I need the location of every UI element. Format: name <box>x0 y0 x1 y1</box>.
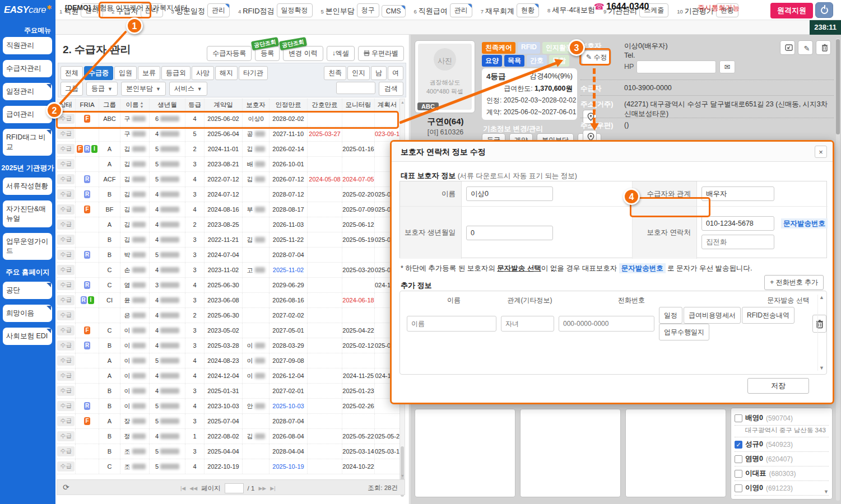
excel-export-button[interactable]: ↓엑셀 <box>327 46 355 61</box>
sidebar-item-직원관리[interactable]: 직원관리 <box>3 37 52 54</box>
column-header-이름[interactable]: 이름▲▼ <box>120 99 150 111</box>
member-item[interactable]: 이원0(611014) <box>735 496 829 500</box>
sidebar-item-사회보험 EDI[interactable]: 사회보험 EDI <box>3 328 52 345</box>
table-row[interactable]: 수급RB김432024-07-122028-07-122025-02-20202… <box>57 187 399 202</box>
nav-label[interactable]: 세무·4대보험 <box>552 5 595 18</box>
easycare-logo[interactable]: EASYcare✱ <box>0 0 55 20</box>
add-phone-input[interactable] <box>559 316 654 332</box>
contacts-scrollbar[interactable]: ▲▼ <box>817 295 824 371</box>
photo-card[interactable]: 사진 권장해상도 400*480 픽셀 ABC <box>415 40 475 113</box>
sms-button-업무수행일지[interactable]: 업무수행일지 <box>659 324 709 340</box>
table-row[interactable]: 수급A이442024-12-04이2026-12-042024-11-25202… <box>57 368 399 384</box>
open-window-button[interactable] <box>780 40 795 55</box>
sidebar-item-희망이음[interactable]: 희망이음 <box>3 305 52 322</box>
column-header-계획서[interactable]: 계획서 <box>375 99 399 111</box>
nav-label[interactable]: 재무회계 <box>485 6 514 19</box>
note-sms-link[interactable]: 문자발송번호 <box>619 263 666 273</box>
column-header-등급[interactable]: 등급 <box>185 99 205 111</box>
prev-page-icon[interactable]: ◀◀ <box>189 486 197 491</box>
register-recipient-button[interactable]: 수급자등록 <box>207 46 252 61</box>
home-phone-input[interactable] <box>701 235 774 249</box>
status-tab-전체[interactable]: 전체 <box>61 66 83 80</box>
column-header-인정만료[interactable]: 인정만료 <box>270 99 308 111</box>
table-row[interactable]: 수급FBF김442024-08-16부2028-08-172025-07-092… <box>57 202 399 217</box>
status-tab-입원[interactable]: 입원 <box>114 66 137 80</box>
status-tab-등급외[interactable]: 등급외 <box>161 66 190 80</box>
mail-label-button[interactable]: 우편라벨 <box>358 46 404 61</box>
member-item[interactable]: 이대표(680303) <box>735 466 829 481</box>
table-row[interactable]: 수급RB이542023-10-03안2025-10-032025-02-26 <box>57 399 399 414</box>
guardian-hp-input[interactable] <box>636 60 716 73</box>
sms-number-link[interactable]: 문자발송번호 <box>781 218 828 228</box>
member-item[interactable]: ✓성규0(540923) <box>735 437 829 452</box>
member-checkbox[interactable] <box>735 455 742 463</box>
panel-scrollbar[interactable] <box>836 38 840 501</box>
member-checkbox[interactable] <box>735 499 742 500</box>
filter-여[interactable]: 여 <box>388 66 403 80</box>
sidebar-item-자가진단&매뉴얼[interactable]: 자가진단&매뉴얼 <box>3 200 52 227</box>
search-button[interactable]: 검색 <box>379 82 403 96</box>
column-header-FRIA[interactable]: FRIA <box>76 99 99 111</box>
members-scroll-down-icon[interactable]: ▼ <box>824 489 829 494</box>
table-row[interactable]: 수급B이432025-01-312027-02-012025-01-23 <box>57 384 399 399</box>
column-header-생년월[interactable]: 생년월 <box>150 99 185 111</box>
nav-button-청구[interactable]: 청구 <box>357 3 379 17</box>
table-row[interactable]: 수급C손432023-11-02고2025-11-022025-03-20202… <box>57 263 399 278</box>
refresh-icon[interactable]: ⟳ <box>63 483 69 492</box>
sms-button-급여비용명세서[interactable]: 급여비용명세서 <box>684 307 741 324</box>
nav-label[interactable]: 직원급여 <box>419 6 448 19</box>
page-number-input[interactable] <box>225 483 244 493</box>
table-row[interactable]: 수급A이542024-08-23이2027-09-08 <box>57 353 399 368</box>
column-header-간호만료[interactable]: 간호만료 <box>308 99 342 111</box>
sidebar-item-RFID태그 비교[interactable]: RFID태그 비교 <box>3 129 52 156</box>
guardian-phone-input[interactable] <box>701 216 774 231</box>
table-row[interactable]: 수급B조532025-04-042028-04-042025-03-142025… <box>57 444 399 459</box>
sms-button-일정[interactable]: 일정 <box>659 307 682 324</box>
member-item[interactable]: 이영0(691223) <box>735 481 829 496</box>
delete-button[interactable] <box>816 40 831 55</box>
table-row[interactable]: 수급은422025-06-302027-02-02 <box>57 308 399 323</box>
table-row[interactable]: 수급FRIA김522024-11-01김2026-02-142025-01-16 <box>57 142 399 157</box>
member-checkbox[interactable] <box>735 484 742 492</box>
status-tab-보류[interactable]: 보류 <box>138 66 160 80</box>
scroll-up-icon[interactable]: ▲ <box>401 100 405 104</box>
table-row[interactable]: 수급구452025-06-04공2027-11-102025-03-272023… <box>57 127 399 142</box>
guardian-birth-input[interactable] <box>466 226 553 240</box>
select-등급[interactable]: 등급▼ <box>86 82 118 96</box>
table-row[interactable]: 수급B정412022-08-02김2026-08-042025-05-22202… <box>57 429 399 444</box>
member-checkbox[interactable] <box>735 470 742 478</box>
column-header-그룹[interactable]: 그룹 <box>99 99 120 111</box>
next-page-icon[interactable]: ▶▶ <box>258 486 266 491</box>
nav-button-일정확정[interactable]: 일정확정 <box>277 3 313 17</box>
table-row[interactable]: 수급FA장532025-07-042028-07-04 <box>57 414 399 429</box>
nav-button-관리[interactable]: 관리 <box>207 3 230 17</box>
table-row[interactable]: 수급RB박532024-07-042028-07-04 <box>57 248 399 263</box>
add-relation-input[interactable] <box>501 316 554 332</box>
member-item[interactable]: 염명0(620407) <box>735 452 829 466</box>
filter-인지[interactable]: 인지 <box>347 66 370 80</box>
sidebar-item-업무운영가이드[interactable]: 업무운영가이드 <box>3 233 52 260</box>
sidebar-item-수급자관리[interactable]: 수급자관리 <box>3 60 52 77</box>
table-row[interactable]: 수급RICI윤432023-06-082026-08-162024-06-18 <box>57 293 399 308</box>
member-checkbox[interactable]: ✓ <box>735 441 742 449</box>
select-서비스[interactable]: 서비스▼ <box>169 82 207 96</box>
table-row[interactable]: 수급C조542022-10-192025-10-192024-10-22 <box>57 459 399 474</box>
table-row[interactable]: 수급RC염342025-06-302029-06-292024-12-15 <box>57 278 399 293</box>
nav-button-관리[interactable]: 관리 <box>450 3 472 17</box>
filter-친족[interactable]: 친족 <box>324 66 346 80</box>
nav-label[interactable]: 본인부담 <box>326 6 355 19</box>
column-header-모니터링[interactable]: 모니터링 <box>342 99 375 111</box>
guardian-name-input[interactable] <box>466 186 553 201</box>
status-tab-사망[interactable]: 사망 <box>192 66 214 80</box>
sidebar-item-급여관리[interactable]: 급여관리 <box>3 106 52 123</box>
add-phone-button[interactable]: + 전화번호 추가 <box>764 275 824 290</box>
sidebar-item-공단[interactable]: 공단 <box>3 282 52 299</box>
sidebar-item-서류작성현황[interactable]: 서류작성현황 <box>3 178 52 195</box>
table-row[interactable]: 수급RB이432025-03-28이2028-03-292025-02-1220… <box>57 338 399 353</box>
first-page-icon[interactable]: |◀ <box>180 486 185 491</box>
column-header-계약일[interactable]: 계약일 <box>205 99 243 111</box>
add-name-input[interactable] <box>407 316 496 332</box>
status-tab-해지[interactable]: 해지 <box>215 66 238 80</box>
sms-button-RFID전송내역[interactable]: RFID전송내역 <box>742 307 794 324</box>
save-button[interactable]: 저장 <box>747 378 809 394</box>
